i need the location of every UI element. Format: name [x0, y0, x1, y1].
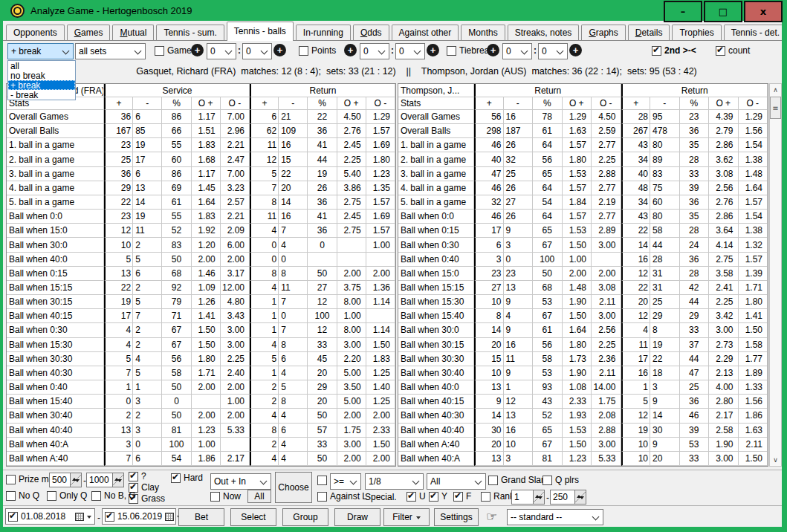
tab-mutual[interactable]: Mutual: [112, 25, 154, 40]
chevron-down-icon: [378, 47, 386, 54]
close-button[interactable]: x: [744, 1, 783, 22]
minus-cell: 6: [133, 452, 162, 466]
second-serve-checkbox[interactable]: 2nd >-<: [652, 45, 696, 56]
preset-select[interactable]: -- standard --: [507, 509, 603, 525]
bet-button[interactable]: Bet: [178, 508, 224, 526]
tab-graphs[interactable]: Graphs: [581, 25, 625, 40]
add-games-score-left-button[interactable]: +: [191, 44, 204, 56]
count-checkbox[interactable]: count: [716, 45, 750, 56]
chevron-down-icon: [62, 47, 70, 54]
prize-max-spinner[interactable]: 1000: [86, 473, 124, 487]
select-button[interactable]: Select: [230, 508, 276, 526]
plus-cell: 13: [474, 452, 504, 466]
date-from-field[interactable]: 01.08.2018: [5, 508, 95, 525]
plus-cell: 20: [474, 338, 504, 352]
tab-opponents[interactable]: Opponents: [6, 25, 65, 40]
vertical-scrollbar[interactable]: ∧ ≡ ∨: [769, 83, 782, 467]
add-games-score-right-button[interactable]: +: [273, 44, 286, 56]
break-filter-select[interactable]: + break: [7, 43, 74, 59]
grand-slam-checkbox[interactable]: Grand Slam: [488, 475, 548, 485]
tab-odds[interactable]: Odds: [353, 25, 389, 40]
checkbox-box[interactable]: [8, 512, 18, 522]
scroll-up-icon[interactable]: ∧: [770, 84, 781, 96]
tab-in-running[interactable]: In-running: [296, 25, 351, 40]
odds-plus-cell: 1.08: [563, 380, 592, 395]
add-points-score-right-button[interactable]: +: [427, 44, 439, 56]
checkbox-box: [429, 492, 438, 502]
only-q-checkbox[interactable]: Only Q: [47, 490, 87, 501]
percent-cell: 50: [162, 253, 191, 267]
odds-plus-cell: 3.50: [337, 380, 366, 395]
scrollbar-thumb[interactable]: ≡: [770, 97, 781, 119]
special-y-checkbox[interactable]: Y: [429, 491, 447, 502]
category-select[interactable]: All: [427, 473, 486, 490]
rank-max-spinner[interactable]: 250: [550, 490, 586, 505]
tab-details[interactable]: Details: [628, 25, 670, 40]
tab-tennis-sum[interactable]: Tennis - sum.: [156, 25, 224, 40]
prize-money-checkbox[interactable]: Prize mo: [6, 474, 51, 484]
plus-cell: 46: [474, 210, 504, 224]
tab-games[interactable]: Games: [67, 25, 111, 40]
tab-tennis-det[interactable]: Tennis - det.: [724, 25, 787, 40]
all-surfaces-button[interactable]: All: [247, 490, 271, 503]
filter-panel: Prize mo 500 - 1000 ? Clay Grass Hard Ou…: [3, 470, 782, 505]
minus-cell: 6: [133, 267, 162, 281]
break-option-all[interactable]: all: [8, 61, 75, 71]
break-option-break[interactable]: - break: [8, 90, 75, 100]
date-to-field[interactable]: 15.06.2019: [102, 508, 176, 525]
spin-updown-icon[interactable]: [574, 490, 586, 504]
draw-button[interactable]: Draw: [334, 508, 380, 526]
tiebreak-score-select-2[interactable]: 0: [538, 43, 568, 59]
rank-min-spinner[interactable]: 1: [511, 490, 545, 505]
comparison-select[interactable]: >=: [330, 473, 361, 490]
round-select[interactable]: 1/8: [365, 473, 424, 490]
add-tiebreak-score-right-button[interactable]: +: [569, 44, 582, 56]
break-option-no-break[interactable]: no break: [8, 71, 75, 80]
tab-months[interactable]: Months: [461, 25, 505, 40]
odds-minus-cell: 2.77: [592, 181, 621, 195]
q-players-checkbox[interactable]: Q plrs: [543, 475, 579, 485]
spin-updown-icon[interactable]: [533, 490, 544, 504]
scroll-down-icon[interactable]: ∨: [770, 454, 781, 466]
spin-updown-icon[interactable]: [112, 473, 123, 487]
hard-checkbox[interactable]: Hard: [171, 473, 203, 483]
points-score-select-1[interactable]: 0: [360, 43, 389, 59]
filter-button[interactable]: Filter: [383, 508, 430, 526]
spin-updown-icon[interactable]: [70, 473, 81, 487]
odds-plus-cell: 1.64: [563, 323, 592, 337]
points-score-select-2[interactable]: 0: [395, 43, 425, 59]
sets-filter-select[interactable]: all sets: [75, 43, 146, 59]
games-score-select-1[interactable]: 0: [207, 43, 236, 59]
indoor-outdoor-select[interactable]: Out + In: [210, 473, 271, 490]
special-u-checkbox[interactable]: U: [407, 491, 426, 502]
add-points-score-left-button[interactable]: +: [344, 44, 357, 56]
unknown-surface-checkbox[interactable]: ?: [129, 471, 146, 481]
checkbox-box[interactable]: [105, 512, 114, 522]
games-checkbox[interactable]: Games: [155, 45, 196, 56]
add-tiebreak-score-left-button[interactable]: +: [487, 44, 499, 56]
tab-trophies[interactable]: Trophies: [672, 25, 721, 40]
pointing-hand-icon[interactable]: ☞: [486, 509, 497, 524]
left-player-stats-table: Gasquet, Richard (FRA)ServiceReturnStats…: [6, 83, 396, 467]
no-q-checkbox[interactable]: No Q: [6, 490, 39, 501]
now-checkbox[interactable]: Now: [210, 491, 241, 502]
plus-cell: 25: [104, 152, 133, 166]
minimize-button[interactable]: –: [664, 1, 702, 22]
choose-button[interactable]: Choose: [275, 472, 312, 503]
settings-button[interactable]: Settings: [434, 508, 479, 526]
prize-min-spinner[interactable]: 500: [49, 473, 82, 487]
break-option-break[interactable]: + break: [8, 80, 75, 90]
tab-tennis-balls[interactable]: Tennis - balls: [227, 22, 294, 41]
round-filter-checkbox[interactable]: [317, 476, 327, 485]
points-checkbox[interactable]: Points: [299, 45, 336, 56]
maximize-button[interactable]: □: [704, 1, 742, 22]
tab-streaks-notes[interactable]: Streaks, notes: [508, 25, 580, 40]
percent-cell: 39: [680, 181, 710, 195]
special-f-checkbox[interactable]: F: [453, 491, 471, 502]
tiebreak-score-select-1[interactable]: 0: [502, 43, 532, 59]
games-score-select-2[interactable]: 0: [242, 43, 272, 59]
tab-against-other[interactable]: Against other: [392, 25, 459, 40]
group-button[interactable]: Group: [282, 508, 328, 526]
against-lefty-checkbox[interactable]: Against L: [317, 491, 367, 502]
no-bg-checkbox[interactable]: No B, G: [91, 490, 136, 501]
